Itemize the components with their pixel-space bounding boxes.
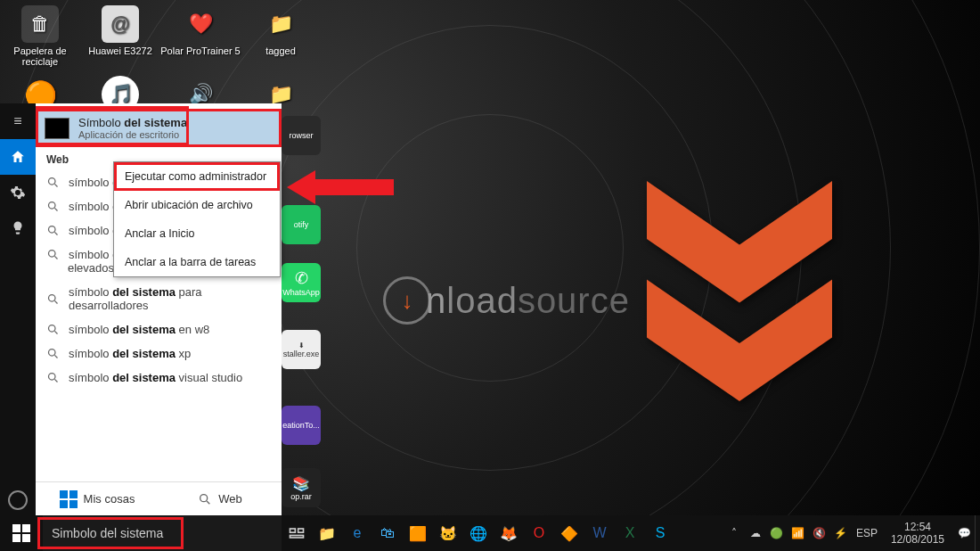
- download-icon: ↓: [383, 276, 431, 325]
- windows-icon: [12, 524, 30, 542]
- svg-line-5: [54, 232, 57, 234]
- desktop-icon-partial[interactable]: rowser: [282, 116, 321, 155]
- creation-tool-icon[interactable]: eationTo...: [282, 406, 321, 445]
- svg-line-3: [54, 208, 57, 210]
- tray-date: 12/08/2015: [891, 533, 944, 546]
- context-pin-to-start[interactable]: Anclar a Inicio: [114, 219, 280, 248]
- tray-sync-icon[interactable]: 🟢: [766, 527, 788, 539]
- svg-line-15: [54, 379, 57, 382]
- tray-network-icon[interactable]: 📶: [788, 527, 809, 539]
- search-suggestion[interactable]: símbolo del sistema visual studio: [36, 366, 282, 390]
- annotation-arrow: [287, 167, 394, 211]
- svg-line-7: [54, 256, 57, 259]
- search-input[interactable]: Simbolo del sistema: [43, 515, 282, 551]
- tray-chevron-icon[interactable]: ˄: [723, 527, 745, 539]
- downloadsource-watermark: ↓ nloadsource: [383, 276, 630, 325]
- tray-volume-icon[interactable]: 🔇: [809, 527, 830, 539]
- svg-point-8: [49, 294, 56, 301]
- taskbar-pinned-skype[interactable]: S: [645, 515, 675, 551]
- tray-language[interactable]: ESP: [852, 527, 882, 539]
- svg-point-2: [49, 202, 56, 210]
- recycle-bin-icon: 🗑: [21, 5, 59, 43]
- search-suggestion[interactable]: símbolo del sistema en w8: [36, 317, 282, 341]
- best-match-subtitle: Aplicación de escritorio: [78, 129, 187, 140]
- hamburger-icon[interactable]: ≡: [0, 103, 36, 139]
- svg-point-12: [49, 350, 56, 357]
- search-icon: [46, 292, 60, 306]
- tray-battery-icon[interactable]: ⚡: [830, 527, 852, 539]
- cortana-icon[interactable]: [8, 490, 28, 510]
- svg-point-14: [49, 374, 56, 381]
- task-view-button[interactable]: [282, 515, 312, 551]
- search-icon: [46, 176, 60, 189]
- desktop-icon[interactable]: @Huawei E3272: [80, 5, 160, 67]
- huawei-icon: @: [102, 5, 139, 43]
- taskbar-pinned-store[interactable]: 🛍: [372, 515, 403, 551]
- search-icon: [46, 224, 60, 237]
- system-tray: ˄ ☁ 🟢 📶 🔇 ⚡ ESP 12:54 12/08/2015 💬: [723, 515, 980, 551]
- taskbar-pinned-app[interactable]: 🟧: [403, 515, 433, 551]
- search-icon: [46, 371, 60, 384]
- svg-line-11: [54, 331, 57, 333]
- svg-rect-19: [290, 529, 296, 532]
- svg-line-9: [54, 300, 57, 303]
- search-suggestion[interactable]: símbolo del sistema para desarrolladores: [36, 280, 282, 317]
- taskbar-pinned-firefox[interactable]: 🦊: [494, 515, 524, 551]
- tray-action-center-icon[interactable]: 💬: [953, 527, 975, 539]
- svg-point-10: [49, 325, 56, 333]
- whatsapp-icon[interactable]: ✆WhatsApp: [282, 263, 321, 302]
- installer-icon[interactable]: ⬇staller.exe: [282, 330, 321, 369]
- desktop-icon[interactable]: 📁tagged: [241, 5, 321, 67]
- svg-line-13: [54, 355, 57, 358]
- search-input-value: Simbolo del sistema: [52, 526, 163, 540]
- desktop-icon[interactable]: ❤️Polar ProTrainer 5: [160, 5, 241, 67]
- search-icon: [46, 347, 60, 360]
- feedback-icon[interactable]: [0, 210, 36, 246]
- svg-point-0: [49, 178, 56, 185]
- gear-icon[interactable]: [0, 175, 36, 210]
- best-match-result[interactable]: Símbolo del sistema Aplicación de escrit…: [36, 109, 282, 147]
- context-menu: Ejecutar como administrador Abrir ubicac…: [113, 161, 281, 277]
- tray-onedrive-icon[interactable]: ☁: [745, 527, 766, 539]
- context-pin-to-taskbar[interactable]: Anclar a la barra de tareas: [114, 248, 280, 276]
- taskbar-pinned-opera[interactable]: O: [524, 515, 554, 551]
- taskbar-pinned-word[interactable]: W: [584, 515, 615, 551]
- taskbar-pinned-chrome[interactable]: 🌐: [463, 515, 494, 551]
- taskbar: Simbolo del sistema 📁 e 🛍 🟧 🐱 🌐 🦊 O 🔶 W …: [0, 515, 980, 551]
- search-icon: [46, 323, 60, 336]
- tray-clock[interactable]: 12:54 12/08/2015: [882, 521, 953, 546]
- search-suggestion[interactable]: símbolo del sistema xp: [36, 341, 282, 366]
- desktop-icon[interactable]: 🗑Papelera de reciclaje: [0, 5, 80, 67]
- show-desktop-button[interactable]: [975, 515, 980, 551]
- windows-icon: [60, 490, 78, 508]
- rar-icon[interactable]: 📚op.rar: [282, 468, 321, 507]
- desktop-icons-row-1: 🗑Papelera de reciclaje @Huawei E3272 ❤️P…: [0, 5, 321, 67]
- taskbar-pinned-explorer[interactable]: 📁: [312, 515, 342, 551]
- start-button[interactable]: [0, 515, 43, 551]
- home-icon[interactable]: [0, 139, 36, 175]
- svg-marker-18: [287, 170, 394, 204]
- polar-icon: ❤️: [182, 5, 219, 43]
- cmd-icon: [45, 118, 69, 139]
- tray-time: 12:54: [891, 521, 944, 533]
- my-stuff-tab[interactable]: Mis cosas: [36, 482, 159, 515]
- search-filter-tabs: Mis cosas Web: [36, 481, 282, 515]
- svg-line-17: [207, 501, 209, 504]
- web-tab[interactable]: Web: [159, 482, 282, 515]
- taskbar-pinned-app[interactable]: 🔶: [554, 515, 584, 551]
- svg-point-4: [49, 226, 56, 234]
- svg-rect-21: [290, 536, 304, 539]
- svg-point-6: [49, 251, 56, 258]
- svg-line-1: [54, 184, 57, 186]
- best-match-title-bold: del sistema: [124, 116, 187, 129]
- search-icon: [46, 200, 60, 213]
- taskbar-pinned-app[interactable]: 🐱: [433, 515, 463, 551]
- orange-chevrons-logo: [624, 169, 855, 405]
- context-open-location[interactable]: Abrir ubicación de archivo: [114, 191, 280, 219]
- search-sidebar: ≡: [0, 103, 36, 515]
- context-run-as-admin[interactable]: Ejecutar como administrador: [114, 162, 280, 191]
- taskbar-pinned-edge[interactable]: e: [342, 515, 372, 551]
- search-icon: [198, 492, 212, 506]
- folder-icon: 📁: [262, 5, 299, 43]
- taskbar-pinned-excel[interactable]: X: [615, 515, 645, 551]
